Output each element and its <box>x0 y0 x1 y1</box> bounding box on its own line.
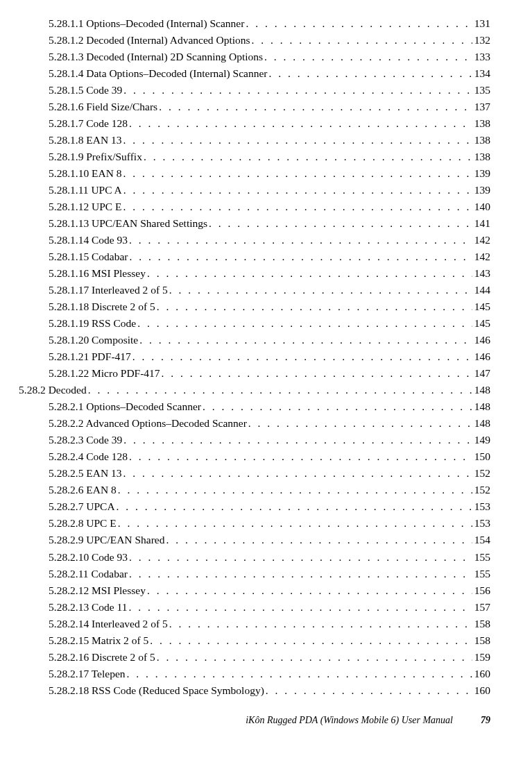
toc-entry-title: 5.28.1.11 UPC A <box>49 182 122 199</box>
toc-entry: 5.28.1.18 Discrete 2 of 5145 <box>49 298 490 315</box>
toc-entry: 5.28.2.14 Interleaved 2 of 5158 <box>49 616 490 632</box>
toc-entry-title: 5.28.2.7 UPCA <box>49 498 115 515</box>
toc-leader-dots <box>246 15 472 32</box>
toc-entry-page: 157 <box>474 599 490 616</box>
toc-entry-title: 5.28.2.16 Discrete 2 of 5 <box>49 649 155 666</box>
toc-leader-dots <box>137 315 472 332</box>
toc-entry-page: 142 <box>474 232 490 248</box>
toc-leader-dots <box>123 82 472 99</box>
toc-entry: 5.28.1.11 UPC A139 <box>49 182 490 199</box>
toc-entry-page: 155 <box>474 549 490 566</box>
toc-entry-title: 5.28.2.18 RSS Code (Reduced Space Symbol… <box>49 682 264 699</box>
toc-entry-page: 140 <box>474 199 490 215</box>
toc-entry-page: 139 <box>474 165 490 182</box>
toc-entry: 5.28.2.18 RSS Code (Reduced Space Symbol… <box>49 682 490 699</box>
toc-leader-dots <box>209 215 472 232</box>
toc-leader-dots <box>144 149 472 165</box>
toc-leader-dots <box>123 432 472 448</box>
toc-entry-title: 5.28.1.20 Composite <box>49 332 138 348</box>
toc-entry-title: 5.28.2.13 Code 11 <box>49 599 128 616</box>
toc-leader-dots <box>118 482 472 498</box>
table-of-contents: 5.28.1.1 Options–Decoded (Internal) Scan… <box>49 15 490 699</box>
toc-entry-title: 5.28.2.9 UPC/EAN Shared <box>49 532 164 548</box>
toc-entry-title: 5.28.2.4 Code 128 <box>49 448 128 465</box>
toc-leader-dots <box>266 682 472 699</box>
toc-entry: 5.28.1.5 Code 39135 <box>49 82 490 99</box>
toc-leader-dots <box>264 49 472 65</box>
toc-entry: 5.28.1.19 RSS Code145 <box>49 315 490 332</box>
footer-title: iKôn Rugged PDA (Windows Mobile 6) User … <box>246 713 453 728</box>
toc-leader-dots <box>129 448 472 465</box>
toc-entry-title: 5.28.1.10 EAN 8 <box>49 165 121 182</box>
toc-entry: 5.28.1.8 EAN 13138 <box>49 132 490 149</box>
toc-leader-dots <box>123 165 472 182</box>
toc-entry-title: 5.28.2.15 Matrix 2 of 5 <box>49 632 148 649</box>
toc-entry-title: 5.28.1.15 Codabar <box>49 248 128 265</box>
toc-leader-dots <box>157 649 472 666</box>
toc-leader-dots <box>129 599 472 616</box>
toc-entry-title: 5.28.1.13 UPC/EAN Shared Settings <box>49 215 207 232</box>
toc-entry-page: 138 <box>474 115 490 132</box>
toc-leader-dots <box>252 32 472 49</box>
toc-entry-page: 156 <box>474 582 490 599</box>
toc-entry-page: 147 <box>474 365 490 382</box>
toc-leader-dots <box>123 182 472 199</box>
toc-entry: 5.28.2 Decoded148 <box>19 382 490 398</box>
toc-entry-title: 5.28.1.12 UPC E <box>49 199 122 215</box>
toc-entry-title: 5.28.2.1 Options–Decoded Scanner <box>49 398 201 415</box>
toc-entry-page: 145 <box>474 315 490 332</box>
toc-entry: 5.28.2.4 Code 128150 <box>49 448 490 465</box>
toc-entry-page: 148 <box>474 382 490 398</box>
toc-leader-dots <box>147 582 472 599</box>
toc-entry: 5.28.2.9 UPC/EAN Shared154 <box>49 532 490 548</box>
toc-entry-title: 5.28.2.10 Code 93 <box>49 549 128 566</box>
toc-entry-page: 133 <box>474 49 490 65</box>
toc-entry-title: 5.28.2.6 EAN 8 <box>49 482 117 498</box>
toc-leader-dots <box>169 616 472 632</box>
toc-entry-title: 5.28.1.17 Interleaved 2 of 5 <box>49 282 168 298</box>
toc-entry-title: 5.28.1.3 Decoded (Internal) 2D Scanning … <box>49 49 263 65</box>
toc-entry: 5.28.1.10 EAN 8139 <box>49 165 490 182</box>
toc-leader-dots <box>123 199 472 215</box>
toc-entry: 5.28.1.14 Code 93142 <box>49 232 490 248</box>
toc-entry: 5.28.1.17 Interleaved 2 of 5144 <box>49 282 490 298</box>
toc-entry-page: 138 <box>474 132 490 149</box>
toc-entry-page: 150 <box>474 448 490 465</box>
toc-entry: 5.28.1.9 Prefix/Suffix138 <box>49 149 490 165</box>
toc-entry: 5.28.1.2 Decoded (Internal) Advanced Opt… <box>49 32 490 49</box>
page-footer: iKôn Rugged PDA (Windows Mobile 6) User … <box>49 713 490 728</box>
toc-entry-page: 160 <box>474 682 490 699</box>
toc-entry-title: 5.28.2.3 Code 39 <box>49 432 122 448</box>
toc-leader-dots <box>139 332 472 348</box>
toc-entry: 5.28.2.8 UPC E153 <box>49 515 490 532</box>
toc-entry-title: 5.28.1.22 Micro PDF-417 <box>49 365 160 382</box>
toc-entry-page: 158 <box>474 632 490 649</box>
toc-entry: 5.28.1.6 Field Size/Chars137 <box>49 99 490 115</box>
toc-leader-dots <box>162 365 472 382</box>
toc-leader-dots <box>203 398 472 415</box>
toc-leader-dots <box>132 348 472 365</box>
toc-entry-page: 148 <box>474 415 490 432</box>
toc-entry-page: 153 <box>474 515 490 532</box>
toc-leader-dots <box>123 132 472 149</box>
toc-leader-dots <box>147 265 472 282</box>
toc-entry-page: 155 <box>474 566 490 582</box>
toc-entry: 5.28.2.16 Discrete 2 of 5159 <box>49 649 490 666</box>
toc-leader-dots <box>123 465 472 482</box>
toc-entry: 5.28.1.13 UPC/EAN Shared Settings141 <box>49 215 490 232</box>
page: 5.28.1.1 Options–Decoded (Internal) Scan… <box>0 0 532 760</box>
toc-entry-title: 5.28.2.2 Advanced Options–Decoded Scanne… <box>49 415 247 432</box>
toc-entry-title: 5.28.2.8 UPC E <box>49 515 117 532</box>
toc-entry: 5.28.1.3 Decoded (Internal) 2D Scanning … <box>49 49 490 65</box>
toc-leader-dots <box>88 382 472 398</box>
toc-entry-title: 5.28.1.19 RSS Code <box>49 315 136 332</box>
toc-entry-title: 5.28.1.21 PDF-417 <box>49 348 131 365</box>
toc-leader-dots <box>117 498 472 515</box>
toc-entry-title: 5.28.1.14 Code 93 <box>49 232 128 248</box>
toc-leader-dots <box>248 415 472 432</box>
toc-entry: 5.28.2.17 Telepen160 <box>49 666 490 682</box>
toc-entry-page: 142 <box>474 248 490 265</box>
toc-entry-page: 153 <box>474 498 490 515</box>
toc-entry-page: 137 <box>474 99 490 115</box>
toc-entry-title: 5.28.1.5 Code 39 <box>49 82 122 99</box>
